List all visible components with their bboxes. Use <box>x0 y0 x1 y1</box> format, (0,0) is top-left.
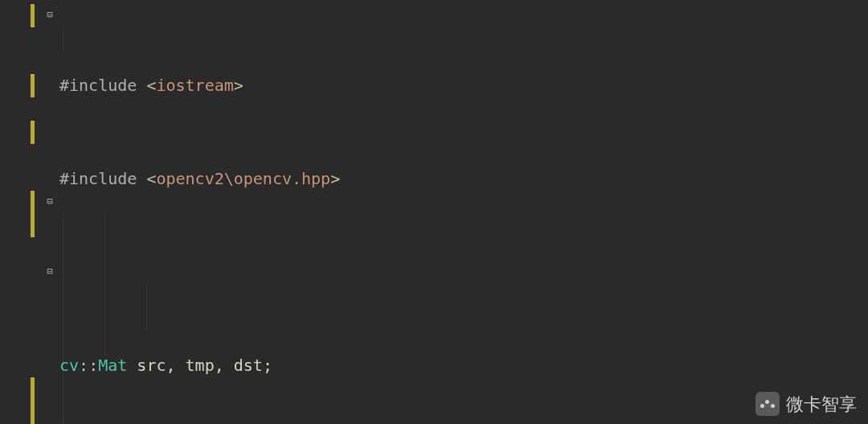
watermark: 微卡智享 <box>755 392 857 416</box>
fold-column: ⊟ ⊟ ⊟ <box>45 0 58 424</box>
code-line[interactable]: cv::Mat src, tmp, dst; <box>59 354 650 377</box>
code-line[interactable] <box>59 261 650 284</box>
declarators: src, tmp, dst; <box>127 356 272 375</box>
namespace: cv <box>59 356 79 375</box>
change-mark <box>31 74 35 97</box>
wechat-icon <box>755 392 780 416</box>
angle-close: > <box>234 76 244 95</box>
fold-toggle[interactable]: ⊟ <box>45 266 55 276</box>
change-mark <box>31 4 35 27</box>
change-mark <box>31 191 35 237</box>
preprocessor: #include <box>59 76 146 95</box>
scope-op: :: <box>79 356 98 375</box>
code-area[interactable]: #include <iostream> #include <opencv2\op… <box>59 4 650 424</box>
code-line[interactable]: #include <opencv2\opencv.hpp> <box>59 167 650 191</box>
code-editor[interactable]: ⊟ ⊟ ⊟ #include <iostream> #include <open… <box>0 0 868 424</box>
fold-toggle[interactable]: ⊟ <box>45 196 55 206</box>
code-line[interactable]: #include <iostream> <box>59 74 650 97</box>
header-name: iostream <box>156 76 233 95</box>
type-name: Mat <box>98 356 127 375</box>
angle-close: > <box>330 169 340 188</box>
change-mark <box>31 121 35 144</box>
angle-open: < <box>146 169 156 188</box>
watermark-text: 微卡智享 <box>786 393 857 416</box>
fold-toggle[interactable]: ⊟ <box>45 10 55 19</box>
header-name: opencv2\opencv.hpp <box>156 169 330 188</box>
preprocessor: #include <box>59 169 146 188</box>
change-mark <box>31 377 35 424</box>
angle-open: < <box>146 76 156 95</box>
